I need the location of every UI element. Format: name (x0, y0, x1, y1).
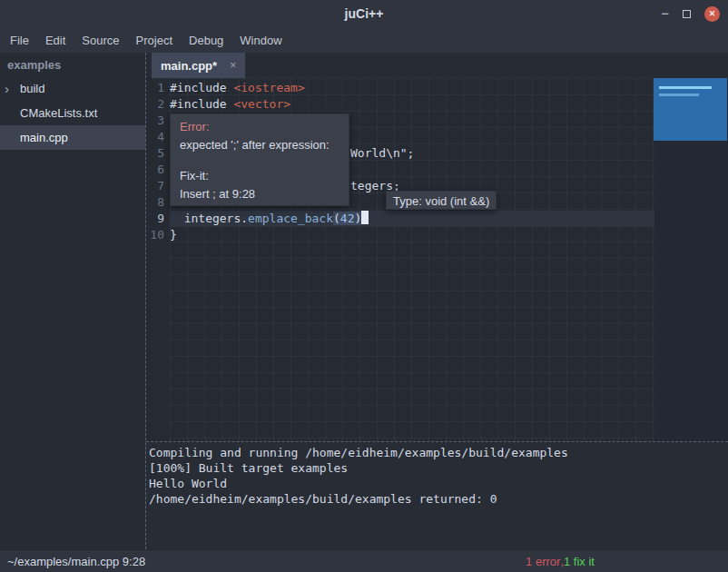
fixit-count: 1 fix it (564, 555, 595, 568)
tree-item-label: main.cpp (20, 131, 68, 144)
code-line-2[interactable]: #include <vector> (170, 96, 654, 113)
minimize-button[interactable]: − (661, 9, 669, 18)
fixit-tooltip-message: Insert ; at 9:28 (180, 185, 339, 203)
line-number: 6 (146, 162, 170, 178)
tooltip-spacer (180, 154, 339, 167)
error-tooltip-message: expected ';' after expression: (180, 136, 339, 154)
error-count: 1 error (526, 555, 560, 568)
text-cursor (361, 211, 369, 224)
code-token: <vector> (233, 97, 290, 111)
tab-close-icon[interactable]: × (230, 59, 236, 72)
window-title: juCi++ (0, 0, 728, 27)
code-token: } (170, 228, 177, 242)
menu-project[interactable]: Project (128, 27, 181, 53)
file-tree-sidebar: examples › build CMakeLists.txt main.cpp (0, 53, 145, 549)
main-area: examples › build CMakeLists.txt main.cpp… (0, 53, 728, 549)
type-tooltip: Type: void (int &&) (386, 191, 497, 210)
minimap-line (659, 94, 699, 96)
menu-window[interactable]: Window (231, 27, 290, 53)
tree-item-cmakelists[interactable]: CMakeLists.txt (0, 101, 145, 125)
menubar: File Edit Source Project Debug Window (0, 27, 728, 53)
code-token: 42 (340, 212, 355, 225)
file-location-status: ~/examples/main.cpp 9:28 (0, 555, 145, 568)
error-tooltip: Error: expected ';' after expression: Fi… (170, 113, 349, 206)
chevron-right-icon[interactable]: › (5, 82, 20, 95)
code-token: ) (355, 212, 362, 225)
minimap-line (659, 86, 712, 89)
menu-debug[interactable]: Debug (181, 27, 231, 53)
menu-file[interactable]: File (2, 27, 37, 53)
close-icon: ✕ (709, 9, 716, 18)
close-button[interactable]: ✕ (704, 6, 720, 22)
statusbar: ~/examples/main.cpp 9:28 1 error , 1 fix… (0, 549, 728, 572)
line-number: 7 (146, 178, 170, 194)
line-number: 4 (146, 129, 170, 145)
menu-edit[interactable]: Edit (37, 27, 74, 53)
editor-pane: main.cpp* × 1 2 3 4 5 6 7 8 9 10 #includ… (145, 53, 728, 549)
line-number-gutter: 1 2 3 4 5 6 7 8 9 10 (146, 78, 170, 441)
code-token: #include (170, 81, 233, 94)
error-tooltip-title: Error: (180, 118, 339, 136)
code-token: emplace_back (248, 212, 333, 225)
tab-maincpp[interactable]: main.cpp* × (152, 53, 245, 78)
terminal-output[interactable]: Compiling and running /home/eidheim/exam… (146, 441, 728, 549)
code-token: integers. (170, 212, 248, 225)
code-token: <iostream> (233, 81, 304, 94)
tabbar: main.cpp* × (146, 53, 728, 78)
line-number: 10 (146, 227, 170, 243)
line-number: 1 (146, 80, 170, 96)
line-number-active: 9 (146, 211, 170, 227)
code-line-10[interactable]: } (170, 227, 654, 243)
code-token: #include (170, 97, 233, 111)
line-number: 8 (146, 194, 170, 211)
project-name-header: examples (0, 53, 145, 76)
code-token: World\n"; (350, 146, 414, 160)
tree-item-label: build (20, 82, 44, 95)
code-editor: 1 2 3 4 5 6 7 8 9 10 #include <iostream>… (146, 78, 728, 441)
terminal-line: Hello World (149, 476, 728, 491)
code-token: ( (333, 212, 340, 225)
tree-item-build[interactable]: › build (0, 76, 145, 101)
diagnostics-status: 1 error , 1 fix it (526, 550, 595, 572)
tree-item-label: CMakeLists.txt (20, 106, 97, 120)
tab-label: main.cpp* (161, 59, 217, 73)
tree-item-maincpp[interactable]: main.cpp (0, 125, 145, 150)
minimap-panel (654, 78, 727, 141)
window-controls: − ✕ (661, 0, 720, 27)
line-number: 5 (146, 145, 170, 162)
menu-source[interactable]: Source (74, 27, 127, 53)
terminal-line: Compiling and running /home/eidheim/exam… (149, 445, 728, 460)
line-number: 2 (146, 96, 170, 113)
line-number: 3 (146, 113, 170, 129)
restore-icon[interactable] (683, 10, 691, 18)
terminal-line: /home/eidheim/examples/build/examples re… (149, 491, 728, 507)
titlebar: juCi++ − ✕ (0, 0, 728, 27)
code-line-1[interactable]: #include <iostream> (170, 80, 654, 96)
code-line-9-current[interactable]: integers.emplace_back(42) (170, 211, 654, 227)
terminal-line: [100%] Built target examples (149, 460, 728, 476)
fixit-tooltip-title: Fix-it: (180, 167, 339, 185)
